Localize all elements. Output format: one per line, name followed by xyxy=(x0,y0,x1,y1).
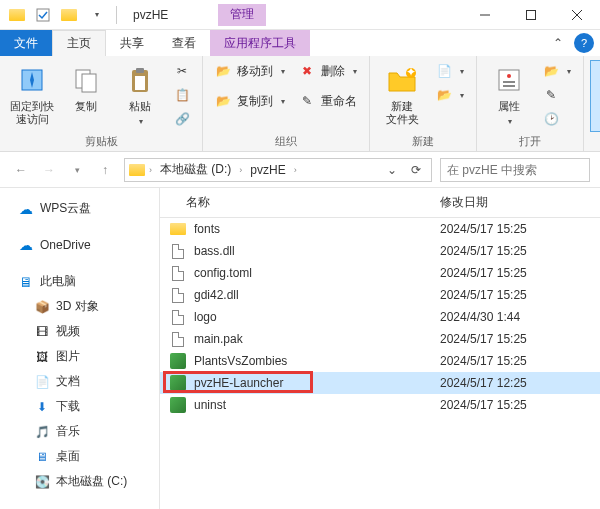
file-row[interactable]: fonts2024/5/17 15:25 xyxy=(160,218,600,240)
new-folder-label: 新建 文件夹 xyxy=(386,100,419,126)
maximize-button[interactable] xyxy=(508,0,554,30)
file-row[interactable]: bass.dll2024/5/17 15:25 xyxy=(160,240,600,262)
paste-shortcut-button[interactable]: 🔗 xyxy=(168,108,196,130)
address-dropdown-button[interactable]: ⌄ xyxy=(381,159,403,181)
address-bar[interactable]: › 本地磁盘 (D:) › pvzHE › ⌄ ⟳ xyxy=(124,158,432,182)
file-row[interactable]: logo2024/4/30 1:44 xyxy=(160,306,600,328)
tab-share[interactable]: 共享 xyxy=(106,30,158,56)
minimize-button[interactable] xyxy=(462,0,508,30)
column-name-header[interactable]: 名称 xyxy=(160,194,440,211)
open-button[interactable]: 📂▾ xyxy=(537,60,577,82)
delete-icon: ✖ xyxy=(299,63,315,79)
sidebar-item-label: 此电脑 xyxy=(40,273,76,290)
column-date-header[interactable]: 修改日期 xyxy=(440,194,600,211)
properties-button[interactable]: 属性 ▾ xyxy=(483,60,535,132)
file-row[interactable]: PlantsVsZombies2024/5/17 15:25 xyxy=(160,350,600,372)
folder-icon xyxy=(6,4,28,26)
paste-label: 粘贴 xyxy=(129,100,151,113)
open-icon: 📂 xyxy=(543,63,559,79)
ribbon-collapse-button[interactable]: ⌃ xyxy=(546,31,570,55)
copy-to-icon: 📂 xyxy=(215,93,231,109)
sidebar-item-label: 视频 xyxy=(56,323,80,340)
column-headers: 名称 修改日期 xyxy=(160,188,600,218)
ribbon: 固定到快 速访问 复制 粘贴 ▾ ✂ 📋 🔗 剪贴板 📂移动到▾ 📂复制到 xyxy=(0,56,600,152)
scissors-icon: ✂ xyxy=(174,63,190,79)
up-button[interactable]: ↑ xyxy=(94,159,116,181)
file-row[interactable]: gdi42.dll2024/5/17 15:25 xyxy=(160,284,600,306)
help-button[interactable]: ? xyxy=(574,33,594,53)
file-date-label: 2024/5/17 15:25 xyxy=(440,288,600,302)
sidebar-item-label: 本地磁盘 (C:) xyxy=(56,473,127,490)
download-icon: ⬇ xyxy=(34,399,50,415)
qat-dropdown-icon[interactable]: ▾ xyxy=(86,4,108,26)
svg-text:✦: ✦ xyxy=(406,67,416,79)
file-row[interactable]: pvzHE-Launcher2024/5/17 12:25 xyxy=(160,372,600,394)
file-icon xyxy=(170,309,186,325)
file-date-label: 2024/5/17 15:25 xyxy=(440,332,600,346)
sidebar-item-this-pc[interactable]: 🖥此电脑 xyxy=(0,269,159,294)
cube-icon: 📦 xyxy=(34,299,50,315)
easy-access-icon: 📂 xyxy=(436,87,452,103)
tab-view[interactable]: 查看 xyxy=(158,30,210,56)
file-row[interactable]: main.pak2024/5/17 15:25 xyxy=(160,328,600,350)
chevron-right-icon[interactable]: › xyxy=(149,165,152,175)
sidebar-item-onedrive[interactable]: ☁OneDrive xyxy=(0,233,159,257)
sidebar-item-music[interactable]: 🎵音乐 xyxy=(0,419,159,444)
back-button[interactable]: ← xyxy=(10,159,32,181)
file-icon xyxy=(170,287,186,303)
close-button[interactable] xyxy=(554,0,600,30)
shortcut-icon: 🔗 xyxy=(174,111,190,127)
sidebar-item-pictures[interactable]: 🖼图片 xyxy=(0,344,159,369)
forward-button[interactable]: → xyxy=(38,159,60,181)
app-icon xyxy=(170,375,186,391)
sidebar-item-label: 3D 对象 xyxy=(56,298,99,315)
copy-path-button[interactable]: 📋 xyxy=(168,84,196,106)
pin-to-quick-access-button[interactable]: 固定到快 速访问 xyxy=(6,60,58,132)
file-date-label: 2024/5/17 15:25 xyxy=(440,266,600,280)
file-date-label: 2024/5/17 15:25 xyxy=(440,244,600,258)
recent-locations-button[interactable]: ▾ xyxy=(66,159,88,181)
svg-rect-7 xyxy=(82,74,96,92)
tab-home[interactable]: 主页 xyxy=(52,30,106,56)
file-icon xyxy=(170,331,186,347)
file-row[interactable]: uninst2024/5/17 15:25 xyxy=(160,394,600,416)
search-input[interactable] xyxy=(440,158,590,182)
file-icon xyxy=(170,265,186,281)
new-item-button[interactable]: 📄▾ xyxy=(430,60,470,82)
svg-rect-16 xyxy=(503,85,515,87)
sidebar-item-documents[interactable]: 📄文档 xyxy=(0,369,159,394)
rename-icon: ✎ xyxy=(299,93,315,109)
sidebar-item-desktop[interactable]: 🖥桌面 xyxy=(0,444,159,469)
new-folder-button[interactable]: ✦ 新建 文件夹 xyxy=(376,60,428,132)
history-button[interactable]: 🕑 xyxy=(537,108,577,130)
file-list-pane: 名称 修改日期 fonts2024/5/17 15:25bass.dll2024… xyxy=(160,188,600,509)
sidebar-item-c-drive[interactable]: 💽本地磁盘 (C:) xyxy=(0,469,159,494)
file-row[interactable]: config.toml2024/5/17 15:25 xyxy=(160,262,600,284)
chevron-right-icon[interactable]: › xyxy=(239,165,242,175)
refresh-button[interactable]: ⟳ xyxy=(405,159,427,181)
sidebar-item-wps[interactable]: ☁WPS云盘 xyxy=(0,196,159,221)
edit-button[interactable]: ✎ xyxy=(537,84,577,106)
file-name-label: pvzHE-Launcher xyxy=(194,376,283,390)
tab-app-tools[interactable]: 应用程序工具 xyxy=(210,30,310,56)
select-button[interactable]: 选择 ▾ xyxy=(590,60,600,132)
sidebar-item-videos[interactable]: 🎞视频 xyxy=(0,319,159,344)
breadcrumb-folder[interactable]: pvzHE xyxy=(246,163,289,177)
tab-file[interactable]: 文件 xyxy=(0,30,52,56)
copy-button[interactable]: 复制 xyxy=(60,60,112,132)
qat-checkbox-icon[interactable] xyxy=(32,4,54,26)
sidebar-item-label: 文档 xyxy=(56,373,80,390)
chevron-right-icon[interactable]: › xyxy=(294,165,297,175)
breadcrumb-root[interactable]: 本地磁盘 (D:) xyxy=(156,161,235,178)
group-label-new: 新建 xyxy=(376,132,470,149)
copy-to-button[interactable]: 📂复制到▾ xyxy=(209,90,291,112)
cut-button[interactable]: ✂ xyxy=(168,60,196,82)
delete-button[interactable]: ✖删除▾ xyxy=(293,60,363,82)
move-to-button[interactable]: 📂移动到▾ xyxy=(209,60,291,82)
easy-access-button[interactable]: 📂▾ xyxy=(430,84,470,106)
sidebar-item-downloads[interactable]: ⬇下载 xyxy=(0,394,159,419)
group-label-open: 打开 xyxy=(483,132,577,149)
sidebar-item-3d-objects[interactable]: 📦3D 对象 xyxy=(0,294,159,319)
rename-button[interactable]: ✎重命名 xyxy=(293,90,363,112)
paste-button[interactable]: 粘贴 ▾ xyxy=(114,60,166,132)
